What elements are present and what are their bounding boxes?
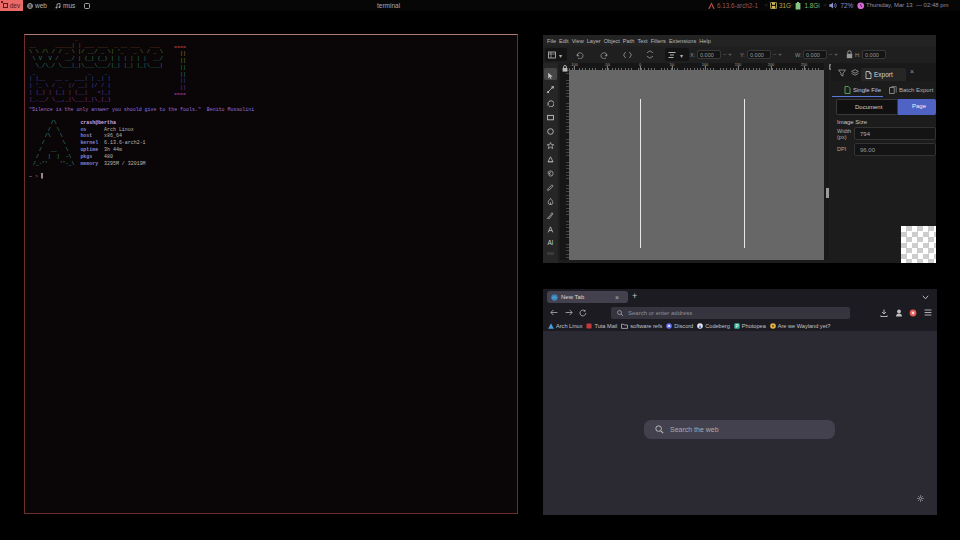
svg-text:Al: Al: [547, 239, 553, 246]
svg-text:P: P: [735, 323, 738, 328]
